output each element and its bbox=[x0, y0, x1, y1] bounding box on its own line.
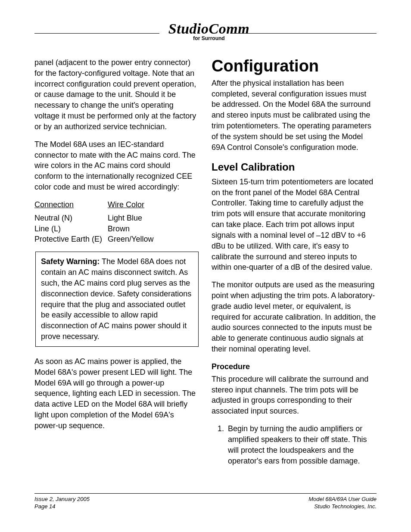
table-row: Protective Earth (E) Green/Yellow bbox=[34, 234, 199, 245]
body-paragraph: Sixteen 15-turn trim potentiometers are … bbox=[212, 177, 377, 273]
subheading-procedure: Procedure bbox=[212, 361, 377, 372]
list-item: Begin by turning the audio amplifiers or… bbox=[226, 423, 377, 466]
body-paragraph: The Model 68A uses an IEC-standard conne… bbox=[34, 139, 199, 193]
wire-table-header: Connection Wire Color bbox=[34, 199, 199, 210]
cell-color: Brown bbox=[108, 224, 130, 234]
table-row: Neutral (N) Light Blue bbox=[34, 213, 199, 224]
warning-label: Safety Warning: bbox=[41, 257, 100, 266]
cell-connection: Protective Earth (E) bbox=[34, 234, 108, 245]
cell-color: Light Blue bbox=[108, 213, 142, 224]
table-row: Line (L) Brown bbox=[34, 224, 199, 234]
brand-logo: StudioComm for Surround bbox=[166, 22, 252, 41]
page-footer: Issue 2, January 2005 Page 14 Model 68A/… bbox=[34, 493, 377, 510]
page: StudioComm for Surround panel (adjacent … bbox=[0, 0, 411, 532]
content-columns: panel (adjacent to the power entry conne… bbox=[34, 57, 377, 471]
cell-connection: Neutral (N) bbox=[34, 213, 108, 224]
cell-connection: Line (L) bbox=[34, 224, 108, 234]
subsection-heading-level-calibration: Level Calibration bbox=[212, 160, 377, 174]
left-column: panel (adjacent to the power entry conne… bbox=[34, 57, 199, 471]
page-header: StudioComm for Surround bbox=[34, 24, 377, 45]
header-rule-right bbox=[230, 33, 377, 34]
body-paragraph: panel (adjacent to the power entry conne… bbox=[34, 57, 199, 132]
section-heading-configuration: Configuration bbox=[212, 57, 377, 75]
footer-right: Model 68A/69A User Guide Studio Technolo… bbox=[308, 495, 377, 510]
cell-color: Green/Yellow bbox=[108, 234, 153, 245]
table-header-wire-color: Wire Color bbox=[108, 199, 144, 210]
body-paragraph: After the physical installation has been… bbox=[212, 78, 377, 153]
header-rule-left bbox=[34, 33, 159, 34]
brand-main-text: StudioComm bbox=[166, 22, 252, 36]
body-paragraph: This procedure will calibrate the surrou… bbox=[212, 374, 377, 417]
body-paragraph: The monitor outputs are used as the meas… bbox=[212, 280, 377, 355]
warning-body: The Model 68A does not contain an AC mai… bbox=[41, 257, 191, 341]
footer-page-number: Page 14 bbox=[34, 503, 90, 510]
right-column: Configuration After the physical install… bbox=[212, 57, 377, 471]
safety-warning-box: Safety Warning: The Model 68A does not c… bbox=[35, 252, 199, 347]
footer-left: Issue 2, January 2005 Page 14 bbox=[34, 495, 90, 510]
body-paragraph: As soon as AC mains power is applied, th… bbox=[34, 356, 199, 431]
footer-rule bbox=[34, 493, 377, 494]
procedure-list: Begin by turning the audio amplifiers or… bbox=[212, 423, 377, 466]
footer-company: Studio Technologies, Inc. bbox=[308, 503, 377, 510]
table-header-connection: Connection bbox=[34, 199, 108, 210]
footer-issue: Issue 2, January 2005 bbox=[34, 495, 90, 503]
footer-doc-title: Model 68A/69A User Guide bbox=[308, 495, 377, 503]
